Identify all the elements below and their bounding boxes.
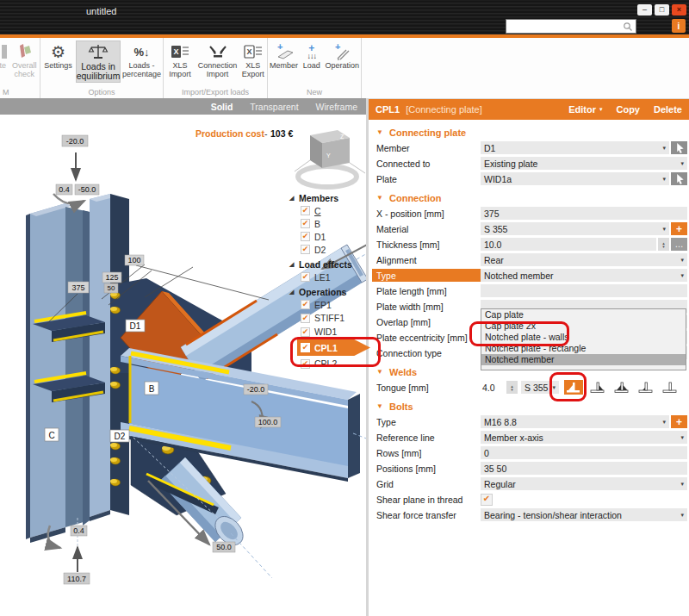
new-load-button[interactable]: + ↓↓↓ Load: [300, 40, 323, 72]
dropdown-option[interactable]: Cap plate: [481, 309, 686, 320]
connection-import-button[interactable]: Connection Import: [196, 40, 239, 79]
shear-plane-checkbox[interactable]: ✔: [481, 494, 493, 506]
section-bolts[interactable]: ▼Bolts: [369, 400, 689, 413]
ribbon-group-label: Import/Export loads: [164, 87, 267, 98]
svg-text:C: C: [48, 431, 54, 440]
add-bolt-assembly-button[interactable]: +: [671, 415, 687, 428]
search-input[interactable]: [506, 19, 636, 34]
reference-line-select[interactable]: Member x-axis▾: [481, 431, 687, 444]
plate-select[interactable]: WID1a▾: [481, 172, 669, 185]
alignment-select[interactable]: Rear▾: [481, 253, 687, 266]
svg-text:D1: D1: [130, 321, 141, 331]
tongue-input[interactable]: 4.0: [481, 381, 505, 394]
field-tongue: Tongue [mm] 4.0 ▴▾ S 355▾: [369, 381, 689, 394]
close-button[interactable]: ×: [672, 4, 686, 16]
calculate-icon: [0, 41, 7, 62]
section-connecting-plate[interactable]: ▼Connecting plate: [369, 126, 689, 139]
calculate-button-partial[interactable]: te: [0, 40, 9, 72]
tree-item-b[interactable]: ✔B: [289, 217, 369, 230]
weld-type-butt[interactable]: [661, 380, 680, 395]
tree-item-ep1[interactable]: ✔EP1: [289, 298, 369, 311]
ribbon-group-cbfem: te Overall check M: [0, 38, 40, 98]
svg-text:50: 50: [108, 284, 115, 292]
checkbox-icon[interactable]: ✔: [301, 232, 310, 241]
chevron-down-icon: ▾: [680, 160, 684, 167]
new-operation-button[interactable]: + Operation: [323, 40, 361, 72]
tree-item-le1[interactable]: ✔LE1: [289, 271, 369, 283]
load-label: -20.0: [244, 384, 268, 395]
checkbox-icon[interactable]: ✔: [301, 300, 310, 309]
tongue-stepper[interactable]: ▴▾: [506, 381, 518, 394]
weld-type-fillet-both[interactable]: [612, 380, 631, 395]
chevron-down-icon: ▾: [680, 257, 684, 264]
tab-solid[interactable]: Solid: [211, 102, 233, 112]
bolt-type-select[interactable]: M16 8.8▾: [481, 415, 669, 428]
delete-button[interactable]: Delete: [654, 104, 682, 115]
svg-text:B: B: [149, 384, 155, 394]
thickness-stepper[interactable]: ▴▾: [658, 238, 669, 251]
thickness-more-button[interactable]: …: [671, 238, 687, 251]
section-connection[interactable]: ▼Connection: [369, 191, 689, 204]
overall-check-button[interactable]: Overall check: [9, 40, 40, 79]
gear-icon: ⚙: [51, 41, 65, 62]
maximize-button[interactable]: □: [655, 4, 669, 16]
tree-item-d2[interactable]: ✔D2: [289, 243, 369, 256]
weld-type-fillet-other[interactable]: [588, 380, 607, 395]
grid-select[interactable]: Regular▾: [481, 477, 687, 490]
field-positions: Positions [mm] 35 50: [369, 462, 689, 475]
thickness-input[interactable]: 10.0: [481, 238, 656, 251]
new-member-button[interactable]: + Member: [268, 40, 300, 72]
checkbox-icon[interactable]: ✔: [301, 327, 310, 337]
x-position-input[interactable]: 375: [481, 207, 687, 220]
shear-force-transfer-select[interactable]: Bearing - tension/shear interaction▾: [481, 508, 687, 521]
loads-in-equilibrium-button[interactable]: Loads in equilibrium: [76, 40, 121, 83]
member-select[interactable]: D1▾: [481, 141, 669, 154]
checkbox-icon[interactable]: ✔: [301, 272, 310, 282]
positions-input[interactable]: 35 50: [481, 462, 687, 475]
checkbox-icon[interactable]: ✔: [301, 206, 310, 215]
tree-section-load-effects[interactable]: ◢Load effects: [289, 258, 369, 271]
minimize-button[interactable]: –: [637, 4, 652, 16]
checkbox-icon[interactable]: ✔: [301, 314, 310, 323]
ribbon-group-new: + Member + ↓↓↓ Load: [268, 38, 362, 98]
plate-length-input[interactable]: [481, 284, 687, 297]
add-material-button[interactable]: +: [671, 222, 687, 235]
copy-button[interactable]: Copy: [616, 104, 640, 115]
new-member-icon: +: [273, 41, 295, 62]
svg-text:110.7: 110.7: [67, 575, 86, 583]
tree-item-d1[interactable]: ✔D1: [289, 230, 369, 243]
svg-text:+: +: [277, 42, 282, 52]
collapse-triangle-icon: ▼: [376, 402, 389, 410]
dropdown-option-highlighted[interactable]: Notched member: [481, 354, 686, 365]
field-thickness: Thickness [mm] 10.0 ▴▾ …: [369, 238, 689, 251]
type-select[interactable]: Notched member▾: [481, 269, 687, 282]
tree-item-stiff1[interactable]: ✔STIFF1: [289, 311, 369, 325]
pick-in-scene-button[interactable]: [671, 141, 687, 154]
load-label: 0.4: [56, 184, 72, 195]
pick-in-scene-button[interactable]: [671, 172, 687, 185]
material-select[interactable]: S 355▾: [481, 222, 669, 235]
info-button[interactable]: i: [672, 19, 686, 33]
checkbox-icon[interactable]: ✔: [301, 245, 310, 254]
loads-percentage-button[interactable]: %↓ Loads - percentage: [121, 40, 163, 79]
tree-item-c[interactable]: ✔C: [289, 204, 369, 217]
weld-type-partial[interactable]: [636, 380, 655, 395]
settings-button[interactable]: ⚙ Settings: [40, 40, 76, 72]
svg-text:-20.0: -20.0: [247, 385, 265, 394]
tab-wireframe[interactable]: Wireframe: [316, 102, 357, 112]
checkbox-icon[interactable]: ✔: [301, 219, 310, 228]
xls-export-button[interactable]: X XLS Export: [239, 40, 267, 79]
rows-input[interactable]: 0: [481, 446, 687, 459]
load-label: 110.7: [64, 573, 90, 584]
field-alignment: Alignment Rear▾: [369, 253, 689, 266]
editor-menu-button[interactable]: Editor: [568, 104, 596, 115]
navigation-cube[interactable]: Y Z: [295, 130, 365, 187]
tree-section-operations[interactable]: ◢Operations: [289, 285, 369, 298]
xls-import-button[interactable]: X XLS Import: [164, 40, 196, 79]
tree-section-members[interactable]: ◢Members: [289, 191, 369, 204]
operation-type: [Connecting plate]: [406, 104, 482, 115]
connected-to-select[interactable]: Existing plate▾: [481, 157, 687, 170]
load-label: -50.0: [75, 184, 99, 195]
percent-arrow-icon: %↓: [133, 41, 149, 62]
tab-transparent[interactable]: Transparent: [250, 102, 298, 112]
